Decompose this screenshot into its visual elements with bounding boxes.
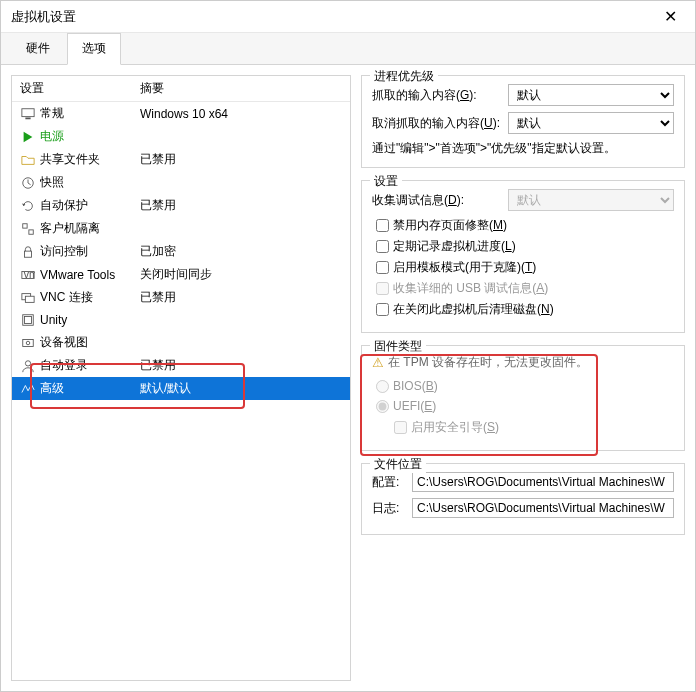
group-title: 文件位置 — [370, 456, 426, 473]
cb-log-progress[interactable] — [376, 240, 389, 253]
clock-icon — [20, 175, 36, 191]
radio-label: BIOS(B) — [393, 379, 438, 393]
row-summary: 已禁用 — [140, 197, 342, 214]
row-label: 高级 — [40, 380, 140, 397]
svg-marker-4 — [22, 203, 26, 206]
row-unity[interactable]: Unity — [12, 309, 350, 331]
row-vmware-tools[interactable]: vm VMware Tools 关闭时间同步 — [12, 263, 350, 286]
row-label: 快照 — [40, 174, 140, 191]
header-summary: 摘要 — [140, 80, 342, 97]
warning-icon: ⚠ — [372, 355, 384, 370]
row-summary: 已禁用 — [140, 151, 342, 168]
tab-hardware[interactable]: 硬件 — [11, 33, 65, 64]
grab-input-select[interactable]: 默认 — [508, 84, 674, 106]
cb-clean-disk[interactable] — [376, 303, 389, 316]
row-label: VMware Tools — [40, 268, 140, 282]
content-area: 设置 摘要 常规 Windows 10 x64 电源 共享文件夹 已禁用 — [1, 65, 695, 691]
cb-usb-debug — [376, 282, 389, 295]
isolation-icon — [20, 221, 36, 237]
log-path-input[interactable] — [412, 498, 674, 518]
cb-label: 启用安全引导(S) — [411, 419, 499, 436]
window-title: 虚拟机设置 — [11, 8, 76, 26]
row-access-control[interactable]: 访问控制 已加密 — [12, 240, 350, 263]
row-label: VNC 连接 — [40, 289, 140, 306]
radio-label: UEFI(E) — [393, 399, 436, 413]
cb-label: 启用模板模式(用于克隆)(T) — [393, 259, 536, 276]
row-device-view[interactable]: 设备视图 — [12, 331, 350, 354]
group-file-location: 文件位置 配置: 日志: — [361, 463, 685, 535]
vnc-icon — [20, 290, 36, 306]
cb-disable-memtrim[interactable] — [376, 219, 389, 232]
row-label: 常规 — [40, 105, 140, 122]
row-summary: Windows 10 x64 — [140, 107, 342, 121]
row-summary: 已加密 — [140, 243, 342, 260]
settings-window: 虚拟机设置 ✕ 硬件 选项 设置 摘要 常规 Windows 10 x64 电源 — [0, 0, 696, 692]
row-label: 访问控制 — [40, 243, 140, 260]
cb-label: 禁用内存页面修整(M) — [393, 217, 507, 234]
lock-icon — [20, 244, 36, 260]
row-label: 共享文件夹 — [40, 151, 140, 168]
group-process-priority: 进程优先级 抓取的输入内容(G): 默认 取消抓取的输入内容(U): 默认 通过… — [361, 75, 685, 168]
row-label: 客户机隔离 — [40, 220, 140, 237]
radio-uefi — [376, 400, 389, 413]
svg-rect-14 — [23, 339, 34, 346]
close-icon[interactable]: ✕ — [656, 7, 685, 26]
unity-icon — [20, 312, 36, 328]
folder-icon — [20, 152, 36, 168]
log-label: 日志: — [372, 500, 406, 517]
row-label: 电源 — [40, 128, 140, 145]
vmware-icon: vm — [20, 267, 36, 283]
debug-info-label: 收集调试信息(D): — [372, 192, 502, 209]
row-label: Unity — [40, 313, 140, 327]
cb-secure-boot — [394, 421, 407, 434]
svg-rect-1 — [25, 117, 30, 119]
cb-template-mode[interactable] — [376, 261, 389, 274]
row-guest-isolation[interactable]: 客户机隔离 — [12, 217, 350, 240]
svg-marker-2 — [24, 131, 33, 142]
monitor-icon — [20, 106, 36, 122]
ungrab-input-label: 取消抓取的输入内容(U): — [372, 115, 502, 132]
user-icon — [20, 358, 36, 374]
row-label: 设备视图 — [40, 334, 140, 351]
radio-bios — [376, 380, 389, 393]
row-snapshot[interactable]: 快照 — [12, 171, 350, 194]
svg-rect-13 — [25, 317, 32, 324]
firmware-warning: ⚠ 在 TPM 设备存在时，无法更改固件。 — [372, 354, 674, 371]
header-setting: 设置 — [20, 80, 140, 97]
svg-point-15 — [26, 341, 30, 345]
row-advanced[interactable]: 高级 默认/默认 — [12, 377, 350, 400]
row-auto-protect[interactable]: 自动保护 已禁用 — [12, 194, 350, 217]
row-vnc[interactable]: VNC 连接 已禁用 — [12, 286, 350, 309]
svg-text:vm: vm — [24, 268, 35, 280]
config-label: 配置: — [372, 474, 406, 491]
config-path-input[interactable] — [412, 472, 674, 492]
refresh-icon — [20, 198, 36, 214]
svg-rect-0 — [22, 108, 34, 116]
row-general[interactable]: 常规 Windows 10 x64 — [12, 102, 350, 125]
group-firmware: 固件类型 ⚠ 在 TPM 设备存在时，无法更改固件。 BIOS(B) UEFI(… — [361, 345, 685, 451]
ungrab-input-select[interactable]: 默认 — [508, 112, 674, 134]
row-label: 自动登录 — [40, 357, 140, 374]
warning-text: 在 TPM 设备存在时，无法更改固件。 — [388, 354, 588, 371]
list-header: 设置 摘要 — [12, 76, 350, 102]
svg-rect-5 — [23, 223, 27, 227]
group-settings: 设置 收集调试信息(D): 默认 禁用内存页面修整(M) 定期记录虚拟机进度(L… — [361, 180, 685, 333]
svg-point-16 — [25, 360, 30, 365]
debug-info-select[interactable]: 默认 — [508, 189, 674, 211]
row-shared-folders[interactable]: 共享文件夹 已禁用 — [12, 148, 350, 171]
tab-strip: 硬件 选项 — [1, 33, 695, 65]
svg-rect-6 — [29, 229, 33, 233]
row-power[interactable]: 电源 — [12, 125, 350, 148]
row-summary: 默认/默认 — [140, 380, 342, 397]
priority-note: 通过"编辑">"首选项">"优先级"指定默认设置。 — [372, 140, 674, 157]
detail-panel: 进程优先级 抓取的输入内容(G): 默认 取消抓取的输入内容(U): 默认 通过… — [361, 75, 685, 681]
row-summary: 已禁用 — [140, 357, 342, 374]
device-icon — [20, 335, 36, 351]
svg-rect-7 — [25, 251, 32, 257]
row-auto-login[interactable]: 自动登录 已禁用 — [12, 354, 350, 377]
tab-options[interactable]: 选项 — [67, 33, 121, 65]
row-summary: 关闭时间同步 — [140, 266, 342, 283]
settings-list-panel: 设置 摘要 常规 Windows 10 x64 电源 共享文件夹 已禁用 — [11, 75, 351, 681]
list-body: 常规 Windows 10 x64 电源 共享文件夹 已禁用 快照 — [12, 102, 350, 680]
titlebar: 虚拟机设置 ✕ — [1, 1, 695, 33]
